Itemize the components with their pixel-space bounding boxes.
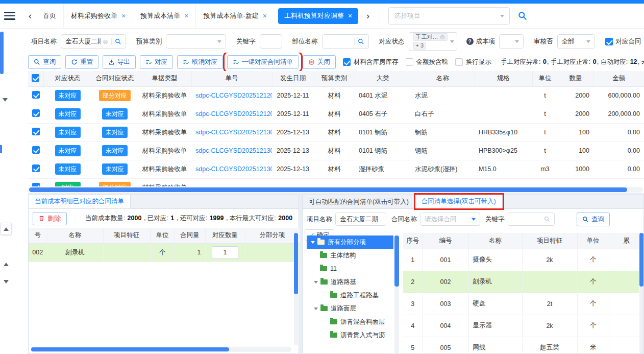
rail-scrollbar-thumb[interactable]	[0, 32, 4, 74]
tree-node[interactable]: 道路路基	[307, 275, 393, 289]
rail-scrollbar-fragment	[0, 145, 2, 153]
main-horizontal-scrollbar[interactable]	[28, 187, 643, 193]
scrollbar-thumb[interactable]	[31, 347, 229, 351]
contract-row[interactable]: 5005网线超五类米	[403, 337, 639, 353]
tab-close-icon[interactable]: ×	[263, 12, 267, 19]
tree-vertical-scrollbar[interactable]	[394, 235, 399, 353]
row-checkbox[interactable]	[32, 128, 40, 135]
collapse-down-icon[interactable]	[3, 98, 8, 102]
one-key-match-button[interactable]: 一键对应合同清单	[227, 55, 299, 69]
doc-no-link[interactable]: sdpc-CLCGYSD2025121300	[195, 166, 272, 173]
search-icon[interactable]	[354, 38, 364, 45]
row-checkbox[interactable]	[32, 164, 40, 172]
nav-tab[interactable]: 材料采购验收单×	[63, 4, 133, 28]
project-name-input[interactable]: 金石大厦二期 ⊗	[61, 34, 126, 49]
doc-no-link[interactable]: sdpc-CLCGYSD2025121300	[195, 147, 272, 154]
scroll-up-button[interactable]	[1, 223, 12, 235]
nav-tab[interactable]: 工料机预算对应调整×	[278, 8, 358, 24]
table-row[interactable]: 对应部分对应材料采购验收单	[28, 178, 644, 186]
nav-tab[interactable]: 预算成本清单×	[133, 4, 195, 28]
stats-value: 1	[170, 215, 174, 222]
contract-vertical-scrollbar[interactable]	[639, 233, 643, 353]
tab-auto-match-list[interactable]: 可自动匹配的合同清单(双击可带入)	[303, 195, 415, 208]
match-button[interactable]: 对应	[140, 55, 173, 69]
doc-no-link[interactable]: sdpc-CLCGYSD2025121300	[195, 129, 272, 136]
contract-row[interactable]: 1001摄像头2k个	[403, 249, 639, 271]
scrollbar-thumb[interactable]	[394, 235, 399, 287]
contract-query-button[interactable]: 查询	[577, 213, 610, 226]
search-icon[interactable]	[518, 11, 527, 20]
stats-label: , 手工对应正常:	[547, 58, 592, 65]
row-checkbox[interactable]	[32, 146, 40, 154]
budget-type-select[interactable]	[166, 34, 226, 49]
contract-row[interactable]: 3003硬盘2t个	[403, 293, 639, 315]
tree-node[interactable]: 主体结构	[307, 249, 393, 262]
match-qty-input[interactable]: 1	[212, 246, 238, 259]
help-icon[interactable]: ?	[466, 38, 474, 45]
menu-icon[interactable]	[4, 12, 15, 20]
cell-name: 钢筋	[411, 141, 475, 160]
row-checkbox[interactable]	[32, 109, 40, 117]
tree-node[interactable]: 11	[307, 262, 393, 275]
table-row[interactable]: 未对应未对应材料采购验收单sdpc-CLCGYSD20251213002025-…	[28, 141, 644, 160]
cancel-match-button[interactable]: 取消对应	[177, 55, 223, 69]
wrap-checkbox[interactable]	[455, 58, 463, 66]
matched-horizontal-scrollbar[interactable]	[31, 347, 291, 352]
tree-node[interactable]: 所有分部分项	[307, 235, 393, 249]
audit-select[interactable]: 全部	[557, 34, 595, 49]
table-row[interactable]: 未对应未对应材料采购验收单sdpc-CLCGYSD20251212002025-…	[28, 105, 644, 123]
tab-contract-list-select[interactable]: 合同清单选择(双击可带入)	[415, 195, 503, 208]
close-button[interactable]: 关闭	[303, 55, 336, 69]
row-checkbox[interactable]	[32, 91, 40, 99]
project-select[interactable]: 选择项目	[388, 7, 510, 25]
project-name-input[interactable]: 金石大厦二期	[335, 213, 386, 226]
tabs-scroll-left-icon[interactable]: ‹	[24, 11, 36, 21]
keyword-input[interactable]	[508, 213, 555, 226]
keyword-input[interactable]	[260, 34, 282, 49]
contract-row[interactable]: 2002刻录机个	[403, 271, 639, 293]
tabs-scroll-right-icon[interactable]: ›	[362, 11, 374, 21]
tree-node[interactable]: 道路工程路基	[307, 289, 393, 302]
table-row[interactable]: 未对应未对应材料采购验收单sdpc-CLCGYSD20251213002025-…	[28, 123, 644, 141]
tab-matched-contract-list[interactable]: 当前成本明细已对应的合同清单	[29, 195, 131, 208]
table-row[interactable]: 未对应未对应材料采购验收单sdpc-CLCGYSD20251213002025-…	[28, 160, 644, 178]
match-contract-checkbox[interactable]	[605, 38, 613, 45]
delete-button[interactable]: 删除	[33, 212, 67, 225]
clear-icon[interactable]: ⊗	[103, 38, 108, 45]
tree-node[interactable]: 道路面层	[307, 302, 393, 315]
tax-checkbox[interactable]	[406, 58, 413, 66]
reset-button[interactable]: 重置	[65, 55, 98, 69]
search-icon[interactable]	[111, 38, 121, 45]
tab-close-icon[interactable]: ×	[184, 12, 188, 19]
scrollbar-thumb[interactable]	[294, 233, 298, 294]
tree-node[interactable]: 沥青贯入式与沥	[307, 328, 393, 342]
contract-row[interactable]: 4004显示器2k个	[403, 315, 639, 337]
tab-close-icon[interactable]: ×	[348, 12, 352, 19]
nav-tab[interactable]: 首页	[36, 4, 63, 28]
matched-contract-panel: 当前成本明细已对应的合同清单 删除 当前成本数量: 2000 , 已对应: 1 …	[28, 195, 299, 354]
matched-row[interactable]: 002刻录机个11	[29, 243, 300, 262]
row-checkbox[interactable]	[32, 183, 40, 186]
contract-select[interactable]: 请选择合同	[420, 213, 480, 226]
tab-close-icon[interactable]: ×	[121, 12, 126, 19]
export-button[interactable]: 导出	[103, 55, 136, 69]
stats-value: 0	[593, 58, 597, 65]
scrollbar-thumb[interactable]	[639, 233, 643, 287]
matched-vertical-scrollbar[interactable]	[294, 231, 298, 345]
arrow-down-icon[interactable]	[4, 280, 9, 284]
table-row[interactable]: 未对应部分对应材料采购验收单sdpc-CLCGYSD20251212002025…	[28, 86, 644, 105]
select-all-checkbox[interactable]	[32, 74, 39, 82]
match-status-multiselect[interactable]: 手工对…⊗ + 3	[409, 32, 457, 51]
nav-tab[interactable]: 预算成本清单-新建×	[195, 4, 274, 28]
cost-item-select[interactable]	[499, 34, 524, 49]
query-button[interactable]: 查询	[28, 55, 61, 69]
tree-node[interactable]: 沥青混合料面层	[307, 315, 393, 328]
doc-no-link[interactable]: sdpc-CLCGYSD2025121200	[195, 110, 272, 117]
doc-no-link[interactable]: sdpc-CLCGYSD2025121200	[195, 92, 272, 99]
match-contract-checkbox-group: 对应合同	[605, 37, 641, 46]
clear-icon[interactable]: ⊗	[440, 34, 445, 40]
arrow-up-icon[interactable]	[4, 263, 9, 266]
part-name-input[interactable]	[322, 34, 369, 49]
stock-checkbox[interactable]	[343, 58, 351, 66]
scrollbar-thumb[interactable]	[29, 187, 627, 192]
